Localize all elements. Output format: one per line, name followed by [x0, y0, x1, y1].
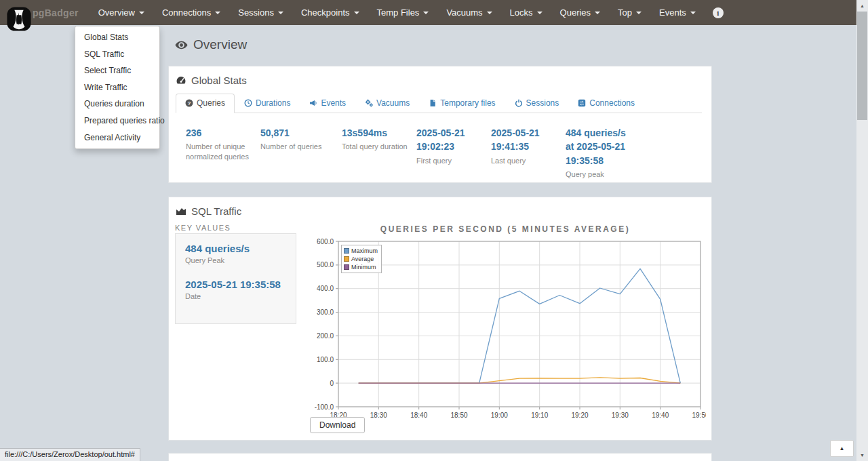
svg-text:19:30: 19:30 — [612, 412, 629, 419]
vertical-scrollbar[interactable]: ▲ ▼ — [856, 0, 868, 461]
svg-text:18:50: 18:50 — [450, 412, 467, 419]
svg-text:500.0: 500.0 — [317, 261, 334, 268]
caret-down-icon — [595, 12, 600, 14]
nav-item-label: Vacuums — [446, 7, 482, 18]
scrollbar-up-arrow-icon[interactable]: ▲ — [856, 0, 868, 12]
legend-entry-minimum: Minimum — [344, 263, 378, 271]
nav-item-label: Queries — [560, 7, 591, 18]
dropdown-item-global-stats[interactable]: Global Stats — [75, 29, 159, 46]
dropdown-item-write-traffic[interactable]: Write Traffic — [75, 79, 159, 96]
dropdown-item-queries-duration[interactable]: Queries duration — [75, 96, 159, 113]
stat-number-of-unique-normalized-queries: 236Number of unique normalized queries — [186, 126, 260, 180]
caret-down-icon — [423, 12, 429, 14]
stat-first-query: 2025-05-21 19:02:23First query — [416, 126, 491, 180]
nav-item-vacuums[interactable]: Vacuums — [437, 0, 500, 25]
chart-title: QUERIES PER SECOND (5 MINUTES AVERAGE) — [304, 224, 706, 234]
nav-item-events[interactable]: Events — [650, 0, 705, 25]
nav-item-sessions[interactable]: Sessions — [229, 0, 292, 25]
svg-text:0: 0 — [330, 380, 334, 387]
tab-label: Temporary files — [440, 98, 495, 108]
gauge-icon — [176, 75, 186, 86]
key-value-label: Query Peak — [185, 256, 286, 264]
chart-legend: MaximumAverageMinimum — [341, 245, 382, 273]
download-button[interactable]: Download — [310, 417, 365, 433]
nav-item-label: Connections — [162, 7, 211, 18]
svg-text:400.0: 400.0 — [317, 285, 334, 292]
stat-value: 2025-05-21 19:02:23 — [416, 126, 486, 154]
global-stats-heading: Global Stats — [176, 75, 247, 86]
dropdown-item-sql-traffic[interactable]: SQL Traffic — [75, 46, 159, 63]
global-stats-panel: Global Stats ?QueriesDurationsEventsVacu… — [168, 66, 712, 183]
exchange-icon — [578, 99, 586, 107]
tab-label: Sessions — [526, 98, 559, 108]
question-circle-icon: ? — [185, 99, 193, 107]
tab-temporary-files[interactable]: Temporary files — [419, 94, 505, 113]
dropdown-item-select-traffic[interactable]: Select Traffic — [75, 62, 159, 79]
stat-label: Last query — [491, 156, 560, 166]
nav-item-top[interactable]: Top — [609, 0, 650, 25]
stat-value: 484 queries/s at 2025-05-21 19:35:58 — [566, 126, 636, 167]
nav-item-overview[interactable]: Overview — [90, 0, 153, 25]
stat-label: Number of unique normalized queries — [186, 142, 255, 162]
stat-value: 50,871 — [260, 126, 336, 140]
tab-durations[interactable]: Durations — [235, 94, 300, 113]
nav-item-label: Sessions — [238, 7, 274, 18]
global-stats-values: 236Number of unique normalized queries50… — [186, 126, 642, 180]
nav-item-checkpoints[interactable]: Checkpoints — [292, 0, 368, 25]
nav-item-queries[interactable]: Queries — [551, 0, 610, 25]
caret-down-icon — [139, 12, 144, 14]
key-value-figure: 2025-05-21 19:35:58 — [185, 279, 286, 290]
nav-item-label: Checkpoints — [301, 7, 350, 18]
key-values-title: KEY VALUES — [175, 224, 231, 232]
nav-item-label: Temp Files — [377, 7, 420, 18]
global-stats-title: Global Stats — [191, 75, 247, 86]
gears-icon — [365, 99, 373, 107]
legend-entry-average: Average — [344, 255, 378, 263]
svg-text:600.0: 600.0 — [317, 238, 334, 245]
nav-item-temp-files[interactable]: Temp Files — [368, 0, 438, 25]
clock-icon — [244, 99, 252, 107]
stat-label: Number of queries — [260, 142, 336, 152]
key-value-figure: 484 queries/s — [185, 243, 286, 254]
pgbadger-logo[interactable] — [6, 6, 32, 32]
navbar-menu: OverviewConnectionsSessionsCheckpointsTe… — [90, 0, 705, 25]
nav-item-label: Top — [618, 7, 632, 18]
tab-sessions[interactable]: Sessions — [505, 94, 569, 113]
scrollbar-down-arrow-icon[interactable]: ▼ — [856, 449, 868, 461]
brand-name[interactable]: pgBadger — [33, 7, 79, 18]
tab-label: Queries — [197, 98, 225, 108]
legend-swatch — [344, 256, 349, 262]
page-title: Overview — [175, 37, 247, 52]
tab-events[interactable]: Events — [300, 94, 355, 113]
svg-text:19:50: 19:50 — [692, 412, 706, 419]
key-value-query-peak: 484 queries/sQuery Peak — [185, 243, 286, 264]
scroll-to-top-button[interactable]: ▲ — [830, 440, 854, 457]
tab-queries[interactable]: ?Queries — [176, 94, 235, 113]
svg-text:-100.0: -100.0 — [315, 403, 334, 411]
tab-label: Events — [321, 98, 346, 108]
info-icon[interactable]: i — [713, 7, 724, 18]
legend-label: Average — [351, 255, 374, 263]
svg-text:19:00: 19:00 — [491, 412, 508, 419]
tab-label: Connections — [589, 98, 635, 108]
page-title-text: Overview — [193, 37, 247, 52]
dropdown-item-prepared-queries-ratio[interactable]: Prepared queries ratio — [75, 113, 159, 129]
tab-vacuums[interactable]: Vacuums — [355, 94, 419, 113]
key-value-date: 2025-05-21 19:35:58Date — [185, 279, 286, 300]
caret-down-icon — [690, 12, 696, 14]
nav-item-connections[interactable]: Connections — [153, 0, 229, 25]
scrollbar-thumb[interactable] — [857, 12, 867, 120]
legend-entry-maximum: Maximum — [344, 247, 378, 255]
svg-text:200.0: 200.0 — [317, 332, 334, 340]
nav-item-locks[interactable]: Locks — [501, 0, 551, 25]
svg-text:19:10: 19:10 — [531, 412, 548, 419]
stat-value: 236 — [186, 126, 255, 140]
stat-label: First query — [416, 156, 486, 166]
tab-connections[interactable]: Connections — [568, 94, 644, 113]
stat-label: Query peak — [566, 169, 636, 180]
svg-text:18:40: 18:40 — [410, 412, 427, 419]
caret-down-icon — [354, 12, 359, 14]
power-icon — [515, 99, 523, 107]
dropdown-item-general-activity[interactable]: General Activity — [75, 129, 159, 146]
tab-label: Durations — [256, 98, 290, 108]
